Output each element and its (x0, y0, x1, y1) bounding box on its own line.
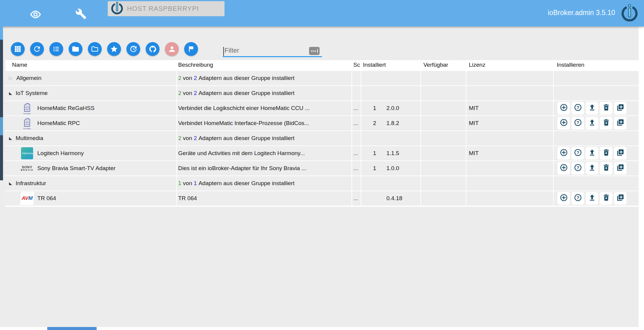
add-custom-button[interactable] (614, 147, 627, 160)
column-header-desc[interactable]: Beschreibung (177, 62, 351, 68)
upload-button[interactable] (586, 162, 598, 175)
adapter-name-cell[interactable]: AVMTR 064 (5, 191, 176, 206)
add-instance-button[interactable] (557, 147, 570, 160)
flags-button[interactable] (184, 42, 198, 56)
adapter-name-cell[interactable]: HarmonyLogitech Harmony (5, 146, 176, 160)
updates-button[interactable] (126, 42, 140, 56)
add-custom-button[interactable] (614, 117, 627, 130)
expert-mode-button[interactable] (165, 42, 179, 56)
delete-button[interactable] (600, 192, 612, 205)
wrench-icon (75, 15, 87, 20)
svg-text:HomeMatic: HomeMatic (23, 128, 31, 130)
collapse-icon[interactable] (9, 92, 12, 95)
drawer-active-tab-highlight[interactable] (0, 117, 3, 135)
autofill-icon[interactable] (309, 47, 320, 55)
license-cell: MIT (466, 146, 553, 160)
upload-button[interactable] (586, 147, 598, 160)
add-instance-button[interactable] (557, 102, 570, 115)
svg-text:?: ? (576, 165, 579, 170)
readme-button[interactable]: ? (571, 192, 584, 205)
github-button[interactable] (146, 42, 159, 56)
flag-icon (187, 45, 195, 53)
column-header-install[interactable]: Installieren (554, 62, 639, 68)
upload-icon (588, 148, 596, 158)
upload-icon (588, 103, 596, 113)
keywords-cell: ... (352, 116, 361, 130)
tiles-view-button[interactable] (11, 42, 25, 56)
question-circle-icon: ? (574, 163, 582, 173)
group-row: Multimedia2 von 2 Adaptern aus dieser Gr… (5, 131, 639, 145)
app-title: ioBroker.admin 3.5.10 (548, 9, 615, 17)
adapter-name: HomeMatic ReGaHSS (37, 105, 94, 112)
upload-icon (588, 118, 596, 128)
horizontal-scrollbar-thumb[interactable] (47, 327, 97, 330)
instance-count: 1 (361, 165, 376, 172)
group-name-cell[interactable]: Multimedia (5, 131, 176, 145)
eye-button[interactable] (29, 10, 42, 20)
add-custom-button[interactable] (614, 102, 627, 115)
add-instance-button[interactable] (557, 192, 570, 205)
delete-button[interactable] (600, 162, 612, 175)
wrench-button[interactable] (75, 8, 87, 21)
readme-button[interactable]: ? (571, 117, 584, 130)
add-instance-button[interactable] (557, 117, 570, 130)
adapters-table: NameBeschreibungScInstalliertVerfügbarLi… (5, 60, 639, 207)
readme-button[interactable]: ? (571, 102, 584, 115)
install-plus-icon (616, 163, 624, 173)
list-view-button[interactable] (49, 42, 63, 56)
plus-circle-icon (560, 148, 568, 158)
collapse-icon[interactable] (9, 137, 12, 140)
avm-logo-icon: AVM (19, 192, 35, 205)
readme-button[interactable]: ? (571, 162, 584, 175)
group-name-cell[interactable]: Infrastruktur (5, 176, 176, 191)
column-header-keywords[interactable]: Sc (352, 62, 361, 68)
category-view-button[interactable] (88, 42, 102, 56)
install-plus-icon (616, 148, 624, 158)
folder-icon (72, 45, 79, 53)
column-header-installed[interactable]: Installiert (361, 62, 420, 68)
column-header-license[interactable]: Lizenz (466, 62, 553, 68)
folder-view-button[interactable] (69, 42, 82, 56)
readme-button[interactable]: ? (571, 147, 584, 160)
refresh-button[interactable] (30, 42, 44, 56)
question-circle-icon: ? (574, 194, 582, 203)
add-instance-button[interactable] (557, 162, 570, 175)
group-label: Infrastruktur (16, 180, 46, 187)
adapter-name-cell[interactable]: HomeMaticHomeMatic ReGaHSS (5, 101, 176, 115)
question-circle-icon: ? (574, 103, 582, 113)
license-cell (466, 191, 553, 206)
available-version-cell (421, 161, 466, 176)
upload-button[interactable] (586, 192, 598, 205)
harmony-logo-icon: Harmony (19, 147, 35, 159)
adapter-description: Geräte und Activities mit dem Logitech H… (177, 146, 351, 160)
vertical-scrollbar-track[interactable] (639, 26, 644, 330)
adapter-name-cell[interactable]: SONYBRAVIASony Bravia Smart-TV Adapter (5, 161, 176, 176)
group-name-cell[interactable]: ▷Allgemein (5, 71, 176, 85)
upload-button[interactable] (586, 117, 598, 130)
favorites-button[interactable] (107, 42, 121, 56)
collapse-icon[interactable] (9, 182, 12, 185)
adapter-name-cell[interactable]: HomeMaticHomeMatic RPC (5, 116, 176, 130)
filter-input[interactable] (223, 45, 322, 57)
actions-cell: ? (554, 116, 639, 130)
add-custom-button[interactable] (614, 162, 627, 175)
horizontal-scrollbar-track[interactable] (0, 327, 644, 330)
installed-count: 2 (178, 75, 181, 81)
expand-icon[interactable]: ▷ (9, 76, 13, 81)
installed-cell: 11.0.0 (361, 161, 420, 176)
column-header-name[interactable]: Name (5, 62, 176, 68)
delete-button[interactable] (600, 102, 612, 115)
delete-button[interactable] (600, 117, 612, 130)
group-desc-cell: 2 von 2 Adaptern aus dieser Gruppe insta… (177, 86, 351, 100)
plus-circle-icon (560, 194, 568, 203)
host-selector[interactable]: HOST RASPBERRYPI (108, 1, 224, 16)
upload-button[interactable] (586, 102, 598, 115)
column-header-available[interactable]: Verfügbar (421, 62, 466, 68)
delete-button[interactable] (600, 147, 612, 160)
eye-icon (29, 15, 42, 20)
group-desc-cell: 2 von 2 Adaptern aus dieser Gruppe insta… (177, 131, 351, 145)
add-custom-button[interactable] (614, 192, 627, 205)
group-name-cell[interactable]: IoT Systeme (5, 86, 176, 100)
svg-text:?: ? (576, 105, 579, 110)
actions-cell: ? (554, 191, 639, 206)
